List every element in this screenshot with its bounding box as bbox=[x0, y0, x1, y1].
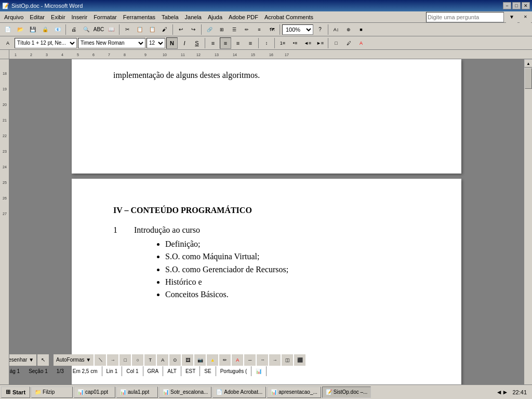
wordart-tool[interactable]: A bbox=[157, 354, 168, 366]
textbox-tool[interactable]: T bbox=[144, 354, 156, 366]
open-button[interactable]: 📂 bbox=[15, 24, 26, 35]
taskbar-item-sotr[interactable]: 📊 Sotr_escalona... bbox=[159, 387, 211, 398]
maximize-button[interactable]: □ bbox=[512, 2, 521, 9]
copy-button[interactable]: 📋 bbox=[134, 24, 145, 35]
font-select[interactable]: Times New Roman bbox=[78, 38, 145, 48]
menu-inserir[interactable]: Inserir bbox=[69, 13, 91, 21]
line-tool[interactable]: ＼ bbox=[95, 354, 106, 366]
taskbar-item-apresentacao[interactable]: 📊 apresentacao_... bbox=[267, 387, 321, 398]
separator3 bbox=[172, 24, 173, 35]
3d-style[interactable]: ⬛ bbox=[294, 354, 305, 366]
drawing-button[interactable]: ✏ bbox=[241, 24, 252, 35]
menu-arquivo[interactable]: Arquivo bbox=[1, 13, 26, 21]
align-left[interactable]: ≡ bbox=[207, 37, 219, 49]
align-right[interactable]: ≡ bbox=[232, 37, 244, 49]
print-button[interactable]: 🖨 bbox=[68, 24, 79, 35]
scroll-thumb[interactable] bbox=[525, 68, 532, 89]
bullets-button[interactable]: •≡ bbox=[289, 37, 301, 49]
arrow-tool[interactable]: → bbox=[107, 354, 118, 366]
docmap-button[interactable]: 🗺 bbox=[266, 24, 277, 35]
autoforms-menu[interactable]: AutoFormas ▼ bbox=[54, 354, 94, 366]
start-button[interactable]: ⊞ Start bbox=[1, 387, 30, 398]
line-spacing[interactable]: ↕ bbox=[261, 37, 272, 49]
fill-color[interactable]: ▲ bbox=[207, 354, 218, 366]
help-question[interactable]: ? bbox=[314, 24, 326, 35]
minimize-button[interactable]: − bbox=[503, 2, 511, 9]
clipart-tool[interactable]: 🖼 bbox=[182, 354, 193, 366]
taskbar-item-filzip[interactable]: 📁 Filzip bbox=[31, 387, 73, 398]
vertical-scrollbar[interactable]: ▲ ▼ bbox=[524, 59, 532, 399]
cut-button[interactable]: ✂ bbox=[122, 24, 133, 35]
toolbar-extra2[interactable]: ⊕ bbox=[343, 24, 354, 35]
mode-alt: ALT bbox=[163, 366, 181, 376]
paste-button[interactable]: 📋 bbox=[147, 24, 158, 35]
menu-ferramentas[interactable]: Ferramentas bbox=[120, 13, 158, 21]
columns-button[interactable]: ☰ bbox=[229, 24, 240, 35]
bold-button[interactable]: N bbox=[166, 37, 178, 49]
research-button[interactable]: 📖 bbox=[105, 24, 117, 35]
svg-text:20: 20 bbox=[3, 103, 7, 107]
indent-button[interactable]: ≡ bbox=[254, 24, 265, 35]
highlight-button[interactable]: 🖊 bbox=[343, 37, 354, 49]
taskbar-item-adobe[interactable]: 📄 Adobe Acrobat... bbox=[212, 387, 266, 398]
align-center[interactable]: ≡ bbox=[220, 37, 231, 49]
help-input[interactable] bbox=[426, 12, 504, 22]
email-button[interactable]: 📧 bbox=[52, 24, 63, 35]
save-button[interactable]: 💾 bbox=[27, 24, 38, 35]
close-button[interactable]: ✕ bbox=[522, 2, 530, 9]
menu-formatar[interactable]: Formatar bbox=[90, 13, 120, 21]
font-color-button[interactable]: A bbox=[355, 37, 367, 49]
dash-style[interactable]: ╌ bbox=[257, 354, 268, 366]
ellipse-tool[interactable]: ○ bbox=[132, 354, 143, 366]
menu-tabela[interactable]: Tabela bbox=[158, 13, 181, 21]
horizontal-ruler: 1 2 3 4 5 6 7 8 9 10 11 12 13 14 15 16 1 bbox=[9, 50, 532, 59]
toolbar-extra1[interactable]: A↕ bbox=[330, 24, 342, 35]
tray-icon-1: ◄► bbox=[496, 389, 509, 396]
style-select[interactable]: Título 1 + 12 pt, Ne... bbox=[15, 38, 77, 48]
menu-ajuda[interactable]: Ajuda bbox=[205, 13, 225, 21]
menu-editar[interactable]: Editar bbox=[26, 13, 48, 21]
align-justify[interactable]: ≡ bbox=[245, 37, 256, 49]
select-cursor[interactable]: ↖ bbox=[37, 354, 49, 366]
undo-button[interactable]: ↩ bbox=[175, 24, 187, 35]
size-select[interactable]: 12 bbox=[147, 38, 165, 48]
menu-exibir[interactable]: Exibir bbox=[48, 13, 69, 21]
decrease-indent[interactable]: ◄≡ bbox=[302, 37, 313, 49]
line-style[interactable]: ─ bbox=[244, 354, 256, 366]
toolbar-extra3[interactable]: ■ bbox=[355, 24, 367, 35]
hyperlink-button[interactable]: 🔗 bbox=[204, 24, 215, 35]
new-button[interactable]: 📄 bbox=[2, 24, 14, 35]
permission-button[interactable]: 🔒 bbox=[39, 24, 51, 35]
taskbar-item-aula1[interactable]: 📊 aula1.ppt bbox=[116, 387, 158, 398]
line-color[interactable]: ✏ bbox=[219, 354, 231, 366]
menu-janela[interactable]: Janela bbox=[182, 13, 205, 21]
separator2 bbox=[119, 24, 119, 35]
paste-format-button[interactable]: 🖌 bbox=[159, 24, 170, 35]
preview-button[interactable]: 🔍 bbox=[81, 24, 92, 35]
menu-acrobat-comments[interactable]: Acrobat Comments bbox=[261, 13, 316, 21]
scroll-up-button[interactable]: ▲ bbox=[524, 59, 532, 68]
diagram-tool[interactable]: ⊙ bbox=[169, 354, 181, 366]
document-area[interactable]: implementação de alguns destes algoritmo… bbox=[9, 59, 524, 399]
table-button[interactable]: ⊞ bbox=[216, 24, 228, 35]
taskbar-item-cap01[interactable]: 📊 cap01.ppt bbox=[74, 387, 115, 398]
close-help[interactable]: ✕ bbox=[520, 11, 531, 23]
help-dropdown[interactable]: ▼ bbox=[506, 11, 517, 23]
spell-button[interactable]: ABC bbox=[93, 24, 104, 35]
taskbar-item-sistop[interactable]: 📝 SistOp.doc –... bbox=[322, 387, 371, 398]
shadow-style[interactable]: ◫ bbox=[282, 354, 293, 366]
apresentacao-icon: 📊 bbox=[271, 389, 277, 395]
redo-button[interactable]: ↪ bbox=[188, 24, 199, 35]
border-button[interactable]: □ bbox=[330, 37, 342, 49]
menu-adobe-pdf[interactable]: Adobe PDF bbox=[225, 13, 261, 21]
underline-button[interactable]: S bbox=[191, 37, 203, 49]
scroll-track[interactable] bbox=[524, 68, 532, 399]
italic-button[interactable]: I bbox=[179, 37, 190, 49]
image-tool[interactable]: 📷 bbox=[194, 354, 206, 366]
font-color2[interactable]: A bbox=[232, 354, 243, 366]
zoom-select[interactable]: 100% bbox=[282, 24, 313, 35]
rect-tool[interactable]: □ bbox=[119, 354, 131, 366]
arrow-style[interactable]: → bbox=[269, 354, 281, 366]
numbering-button[interactable]: 1≡ bbox=[277, 37, 288, 49]
increase-indent[interactable]: ►≡ bbox=[314, 37, 326, 49]
